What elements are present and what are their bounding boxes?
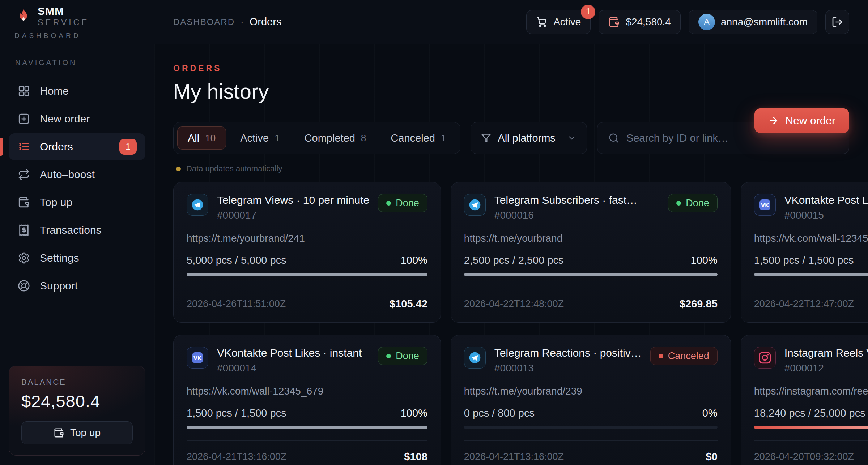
order-url: https://instagram.com/reel/Cxx1234567: [754, 386, 868, 397]
logo[interactable]: SMM SERVICE: [14, 5, 154, 28]
order-card[interactable]: VK VKontakte Post Likes · instant #00001…: [173, 335, 441, 465]
status-label: Done: [686, 198, 709, 209]
breadcrumb-current: Orders: [250, 16, 282, 28]
order-card[interactable]: Instagram Reels Views · … #000012 Runnin…: [741, 335, 868, 465]
logout-icon: [831, 16, 843, 28]
divider: [754, 440, 868, 441]
tab-label: Completed: [305, 132, 355, 144]
sidebar-item-home[interactable]: Home: [9, 78, 145, 104]
tab-active[interactable]: Active 1: [230, 126, 290, 150]
ordered-list-icon: [17, 140, 30, 153]
topbar-actions: Active 1 $24,580.4 A anna@smmlift.com: [526, 10, 849, 34]
progress-fill: [464, 273, 718, 276]
order-quantity: 0 pcs / 800 pcs: [464, 407, 535, 419]
order-title: Telegram Reactions · positiv…: [494, 347, 642, 359]
chevron-down-icon: [567, 133, 576, 143]
page-header: ORDERS My history New order: [173, 64, 849, 103]
logout-button[interactable]: [825, 10, 849, 34]
tab-count: 1: [441, 133, 446, 144]
cart-icon: [536, 16, 548, 28]
tab-label: All: [188, 132, 199, 144]
life-buoy-icon: [17, 279, 30, 292]
progress-bar: [754, 426, 868, 429]
account-email: anna@smmlift.com: [721, 16, 808, 28]
sidebar-item-label: New order: [40, 113, 90, 125]
sidebar-item-top-up[interactable]: Top up: [9, 189, 145, 216]
sidebar-item-label: Support: [40, 280, 78, 292]
avatar: A: [698, 14, 715, 30]
instagram-icon: [754, 347, 776, 369]
top-up-button[interactable]: Top up: [21, 421, 133, 444]
arrow-right-icon: [768, 115, 779, 126]
progress-bar: [187, 426, 427, 429]
breadcrumb-separator: ·: [241, 16, 244, 27]
sidebar-item-label: Orders: [40, 141, 73, 153]
order-quantity: 1,500 pcs / 1,500 pcs: [754, 254, 854, 266]
status-label: Done: [396, 350, 419, 362]
balance-chip[interactable]: $24,580.4: [599, 10, 681, 34]
vkontakte-icon: VK: [187, 347, 208, 369]
repeat-icon: [17, 168, 30, 181]
search-icon: [608, 133, 619, 143]
order-id: #000017: [217, 210, 369, 221]
main-content: ORDERS My history New order All 10 Activ…: [154, 44, 868, 465]
tab-count: 10: [205, 133, 216, 144]
sidebar-item-label: Transactions: [40, 224, 102, 236]
tab-all[interactable]: All 10: [177, 126, 226, 150]
square-plus-icon: [17, 112, 30, 125]
brand-name: SMM: [38, 5, 89, 17]
order-title: VKontakte Post Likes · instant: [784, 194, 868, 206]
sidebar: NAVIGATION Home New order Orders 1 Auto–…: [0, 44, 154, 465]
order-date: 2026-04-22T12:48:00Z: [464, 298, 564, 310]
order-price: $105.42: [390, 298, 427, 310]
order-card[interactable]: VK VKontakte Post Likes · instant #00001…: [741, 182, 868, 323]
order-title: Telegram Subscribers · fast…: [494, 194, 637, 206]
progress-bar: [464, 426, 718, 429]
order-card[interactable]: Telegram Subscribers · fast… #000016 Don…: [451, 182, 731, 323]
order-url: https://t.me/yourbrand: [464, 233, 718, 244]
brand-subname: SERVICE: [38, 18, 89, 27]
svg-text:VK: VK: [193, 355, 202, 361]
sidebar-item-auto-boost[interactable]: Auto–boost: [9, 161, 145, 188]
wallet-icon: [17, 196, 30, 209]
platform-filter-select[interactable]: All platforms: [471, 122, 587, 154]
progress-fill: [187, 273, 427, 276]
tab-canceled[interactable]: Canceled 1: [380, 126, 456, 150]
search-input[interactable]: [626, 132, 838, 144]
wallet-icon: [608, 16, 620, 28]
sidebar-item-support[interactable]: Support: [9, 272, 145, 299]
balance-label: BALANCE: [21, 378, 133, 387]
status-label: Canceled: [668, 350, 709, 362]
sidebar-item-label: Auto–boost: [40, 168, 95, 181]
order-card[interactable]: Telegram Reactions · positiv… #000013 Ca…: [451, 335, 731, 465]
filter-row: All 10 Active 1 Completed 8 Canceled 1: [173, 122, 849, 154]
progress-bar: [464, 273, 718, 276]
order-card[interactable]: Telegram Views · 10 per minute #000017 D…: [173, 182, 441, 323]
sidebar-item-orders[interactable]: Orders 1: [9, 133, 145, 160]
auto-update-text: Data updates automatically: [186, 164, 282, 173]
order-quantity: 2,500 pcs / 2,500 pcs: [464, 254, 564, 266]
new-order-button[interactable]: New order: [754, 108, 849, 133]
order-title: Telegram Views · 10 per minute: [217, 194, 369, 206]
order-id: #000013: [494, 362, 642, 374]
nav-section-label: NAVIGATION: [15, 59, 139, 67]
order-id: #000016: [494, 210, 637, 221]
breadcrumb-root[interactable]: DASHBOARD: [173, 17, 235, 27]
tab-label: Active: [240, 132, 269, 144]
tab-completed[interactable]: Completed 8: [294, 126, 377, 150]
sidebar-item-label: Settings: [40, 252, 79, 264]
sidebar-item-settings[interactable]: Settings: [9, 245, 145, 271]
brand-tagline: DASHBOARD: [14, 32, 154, 40]
account-chip[interactable]: A anna@smmlift.com: [689, 10, 817, 34]
sidebar-item-new-order[interactable]: New order: [9, 106, 145, 132]
gear-icon: [17, 251, 30, 264]
active-orders-chip[interactable]: Active 1: [526, 10, 591, 34]
sidebar-item-transactions[interactable]: Transactions: [9, 217, 145, 244]
progress-fill: [187, 426, 427, 429]
orders-count-badge: 1: [119, 139, 137, 155]
divider: [187, 288, 427, 288]
order-id: #000014: [217, 362, 362, 374]
status-label: Done: [396, 198, 419, 209]
status-tabs: All 10 Active 1 Completed 8 Canceled 1: [173, 122, 460, 154]
auto-update-note: Data updates automatically: [173, 164, 849, 173]
